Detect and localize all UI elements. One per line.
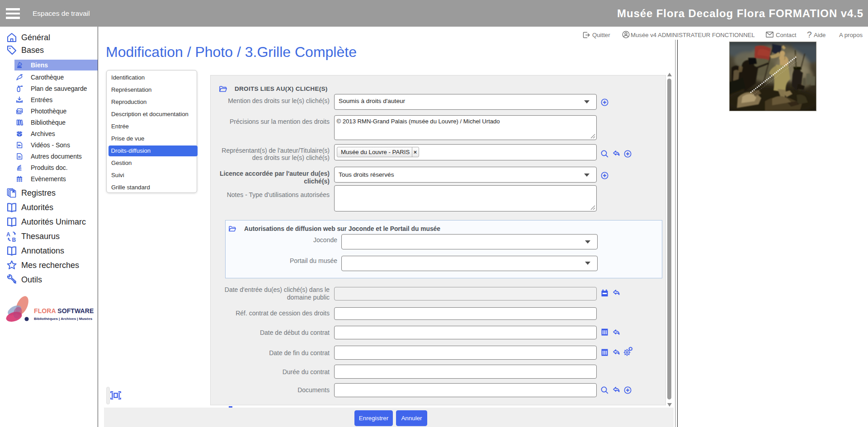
svg-text:A: A	[6, 231, 10, 238]
svg-text:B: B	[12, 237, 16, 242]
